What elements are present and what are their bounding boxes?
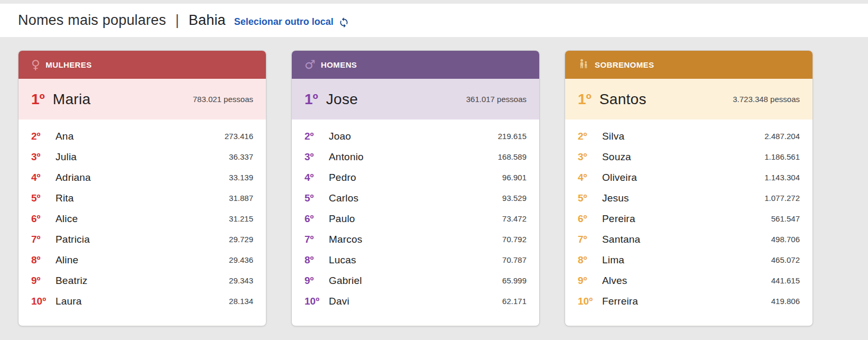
rank-row: 3º Julia 36.337 xyxy=(19,146,266,167)
row-name: Laura xyxy=(56,296,82,307)
row-name: Marcos xyxy=(329,234,363,245)
first-place-count: 3.723.348 pessoas xyxy=(733,95,800,104)
rank-row: 6º Paulo 73.472 xyxy=(292,208,539,229)
row-rank: 5º xyxy=(31,192,56,204)
row-name: Rita xyxy=(56,192,74,204)
rank-row: 4º Adriana 33.139 xyxy=(19,167,266,188)
row-name: Ana xyxy=(56,131,73,142)
women-rank-list: 2º Ana 273.416 3º Julia 36.337 4º Adrian… xyxy=(19,120,266,326)
location-name: Bahia xyxy=(189,12,226,28)
row-rank: 10º xyxy=(304,296,329,307)
men-rank-list: 2º Joao 219.615 3º Antonio 168.589 4º Pe… xyxy=(292,120,539,326)
female-icon: ♀ xyxy=(31,59,40,71)
row-rank: 2º xyxy=(578,131,602,142)
row-count: 96.901 xyxy=(502,173,527,182)
first-place-name: Jose xyxy=(326,91,358,108)
title-separator: | xyxy=(176,12,179,28)
row-count: 219.615 xyxy=(498,132,527,141)
first-place-count: 783.021 pessoas xyxy=(193,95,253,104)
row-rank: 8º xyxy=(31,254,56,266)
first-place-name: Santos xyxy=(599,91,647,108)
rank-row: 8º Lima 465.072 xyxy=(565,250,812,270)
rank-row: 6º Alice 31.215 xyxy=(19,208,266,229)
row-rank: 3º xyxy=(578,151,602,163)
row-name: Davi xyxy=(329,296,349,307)
row-count: 28.134 xyxy=(229,297,253,306)
card-surnames: SOBRENOMES 1º Santos 3.723.348 pessoas 2… xyxy=(565,50,813,326)
row-count: 273.416 xyxy=(225,132,253,141)
row-name: Aline xyxy=(56,254,78,266)
row-count: 1.077.272 xyxy=(764,194,800,203)
card-women-header: ♀ MULHERES xyxy=(19,51,266,79)
first-place-name: Maria xyxy=(53,91,91,108)
first-place-rank: 1º xyxy=(578,91,592,108)
row-rank: 3º xyxy=(31,151,56,163)
row-rank: 8º xyxy=(578,254,602,266)
row-rank: 10º xyxy=(578,296,602,307)
card-women-title: MULHERES xyxy=(45,60,91,69)
rank-row: 10º Ferreira 419.806 xyxy=(565,291,812,311)
row-name: Pereira xyxy=(602,213,635,225)
rank-row: 10º Davi 62.171 xyxy=(292,291,539,311)
rank-row: 5º Carlos 93.529 xyxy=(292,188,539,208)
first-place-rank: 1º xyxy=(31,91,45,108)
row-name: Lucas xyxy=(329,254,356,266)
first-place-rank: 1º xyxy=(304,91,318,108)
refresh-icon[interactable] xyxy=(338,15,349,29)
family-icon xyxy=(578,58,589,71)
row-name: Paulo xyxy=(329,213,355,225)
row-name: Alice xyxy=(56,213,78,225)
row-count: 419.806 xyxy=(771,297,800,306)
rank-row: 9º Gabriel 65.999 xyxy=(292,270,539,291)
row-count: 1.143.304 xyxy=(764,173,800,182)
row-rank: 7º xyxy=(31,234,56,245)
row-count: 29.729 xyxy=(229,235,253,244)
row-rank: 6º xyxy=(578,213,602,225)
card-men: ♂ HOMENS 1º Jose 361.017 pessoas 2º Joao… xyxy=(291,50,540,326)
rank-row: 2º Ana 273.416 xyxy=(19,126,266,146)
row-count: 31.215 xyxy=(229,214,253,223)
change-location-link[interactable]: Selecionar outro local xyxy=(234,15,349,29)
rank-row: 8º Lucas 70.787 xyxy=(292,250,539,270)
page-title-text: Nomes mais populares xyxy=(18,12,166,28)
card-women: ♀ MULHERES 1º Maria 783.021 pessoas 2º A… xyxy=(18,50,266,326)
row-count: 29.436 xyxy=(229,255,253,264)
row-name: Oliveira xyxy=(602,172,637,183)
rank-row: 8º Aline 29.436 xyxy=(19,250,266,270)
row-name: Gabriel xyxy=(329,275,362,287)
rank-row: 5º Rita 31.887 xyxy=(19,188,266,208)
rank-row: 7º Patricia 29.729 xyxy=(19,229,266,250)
first-place-row: 1º Maria 783.021 pessoas xyxy=(19,79,266,120)
rank-row: 5º Jesus 1.077.272 xyxy=(565,188,812,208)
ranking-cards: ♀ MULHERES 1º Maria 783.021 pessoas 2º A… xyxy=(18,50,813,326)
card-surnames-title: SOBRENOMES xyxy=(595,60,654,69)
row-rank: 2º xyxy=(304,131,329,142)
row-name: Patricia xyxy=(56,234,90,245)
rank-row: 2º Joao 219.615 xyxy=(292,126,539,146)
row-count: 62.171 xyxy=(502,297,527,306)
male-icon: ♂ xyxy=(304,59,316,71)
row-rank: 9º xyxy=(304,275,329,287)
row-count: 93.529 xyxy=(502,194,527,203)
row-rank: 3º xyxy=(304,151,329,163)
row-name: Jesus xyxy=(602,192,629,204)
rank-row: 7º Marcos 70.792 xyxy=(292,229,539,250)
row-rank: 9º xyxy=(31,275,56,287)
row-name: Alves xyxy=(602,275,627,287)
row-count: 70.787 xyxy=(502,255,527,264)
row-name: Silva xyxy=(602,131,624,142)
row-rank: 4º xyxy=(578,172,602,183)
row-rank: 5º xyxy=(304,192,329,204)
row-count: 1.186.561 xyxy=(764,152,800,161)
first-place-row: 1º Jose 361.017 pessoas xyxy=(292,79,539,120)
row-count: 465.072 xyxy=(771,255,800,264)
row-rank: 10º xyxy=(31,296,56,307)
rank-row: 4º Oliveira 1.143.304 xyxy=(565,167,812,188)
row-name: Joao xyxy=(329,131,351,142)
page-header: Nomes mais populares | Bahia Selecionar … xyxy=(0,0,868,37)
card-men-header: ♂ HOMENS xyxy=(292,51,539,79)
row-name: Souza xyxy=(602,151,631,163)
surnames-rank-list: 2º Silva 2.487.204 3º Souza 1.186.561 4º… xyxy=(565,120,812,326)
row-rank: 6º xyxy=(31,213,56,225)
rank-row: 2º Silva 2.487.204 xyxy=(565,126,812,146)
